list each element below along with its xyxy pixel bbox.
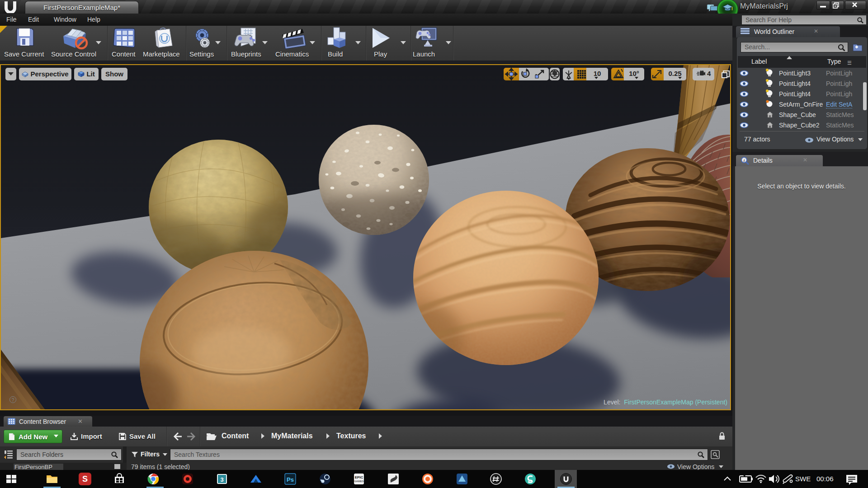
- svg-text:GAMES: GAMES: [354, 480, 364, 483]
- svg-text:EPIC: EPIC: [355, 475, 363, 479]
- svg-text:3: 3: [220, 476, 223, 483]
- svg-text:Ps: Ps: [287, 476, 294, 483]
